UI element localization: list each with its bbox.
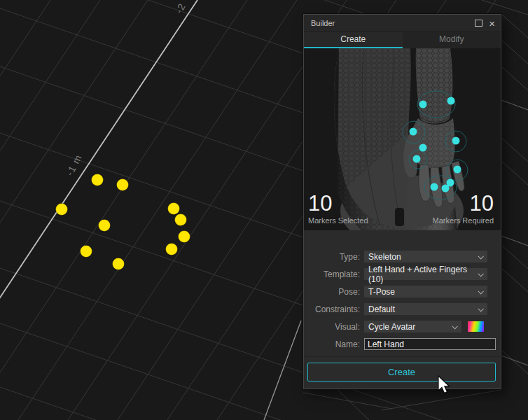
- chevron-down-icon: [478, 288, 483, 294]
- skeleton-preview: 10 Markers Selected 10 Markers Required: [304, 48, 501, 230]
- tab-bar: Create Modify: [304, 32, 501, 48]
- panel-title: Builder: [311, 15, 335, 31]
- markers-selected-stat: 10 Markers Selected: [308, 193, 368, 225]
- pose-label: Pose:: [304, 287, 364, 297]
- template-dropdown[interactable]: Left Hand + Active Fingers (10): [364, 268, 487, 280]
- tab-modify[interactable]: Modify: [403, 32, 501, 48]
- type-label: Type:: [304, 252, 364, 262]
- maximize-icon[interactable]: [475, 20, 482, 27]
- builder-form: Type: Skeleton Template: Left Hand + Act…: [304, 230, 501, 353]
- constraints-label: Constraints:: [304, 304, 364, 314]
- markers-selected-count: 10: [308, 193, 368, 214]
- constraints-dropdown[interactable]: Default: [364, 303, 487, 315]
- divider: [304, 356, 501, 357]
- markers-required-count: 10: [433, 193, 494, 214]
- chevron-down-icon: [478, 253, 483, 259]
- close-icon[interactable]: ×: [489, 18, 495, 29]
- template-label: Template:: [304, 270, 364, 279]
- panel-titlebar[interactable]: Builder ×: [304, 15, 501, 32]
- tab-create[interactable]: Create: [304, 32, 403, 48]
- pose-dropdown[interactable]: T-Pose: [364, 286, 487, 298]
- name-input[interactable]: [364, 338, 496, 350]
- create-button[interactable]: Create: [307, 363, 496, 382]
- chevron-down-icon: [478, 271, 483, 276]
- builder-panel: Builder × Create Modify: [303, 14, 501, 389]
- type-dropdown[interactable]: Skeleton: [364, 251, 487, 262]
- app-window: -2-1 m Builder × Create Modify: [0, 0, 528, 420]
- avatar-color-swatch[interactable]: [468, 321, 484, 332]
- chevron-down-icon: [452, 323, 457, 329]
- markers-required-stat: 10 Markers Required: [433, 193, 494, 225]
- markers-required-label: Markers Required: [433, 216, 494, 225]
- visual-dropdown[interactable]: Cycle Avatar: [364, 321, 461, 332]
- visual-label: Visual:: [304, 322, 364, 332]
- name-label: Name:: [304, 340, 364, 349]
- markers-selected-label: Markers Selected: [308, 216, 368, 225]
- chevron-down-icon: [478, 306, 483, 312]
